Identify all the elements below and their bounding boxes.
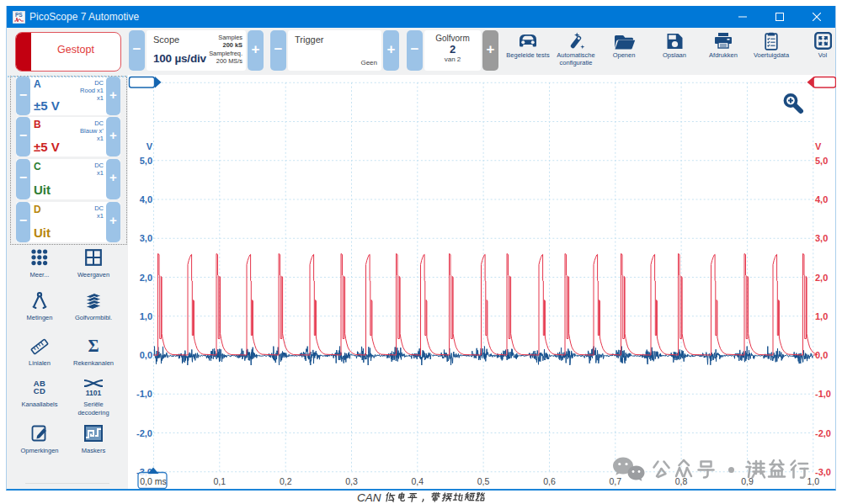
svg-text:4,0: 4,0 bbox=[815, 194, 828, 204]
svg-text:1,0: 1,0 bbox=[815, 311, 828, 321]
svg-text:0,3: 0,3 bbox=[345, 476, 358, 486]
svg-text:5,0: 5,0 bbox=[815, 156, 828, 166]
svg-text:PS: PS bbox=[15, 12, 23, 18]
svg-text:0,1: 0,1 bbox=[213, 476, 226, 486]
svg-text:0,2: 0,2 bbox=[280, 476, 292, 486]
svg-text:1,0: 1,0 bbox=[140, 311, 152, 321]
svg-text:3,0: 3,0 bbox=[815, 233, 828, 243]
svg-text:5,0: 5,0 bbox=[140, 156, 152, 166]
svg-text:0,0 ms: 0,0 ms bbox=[140, 476, 167, 486]
svg-text:0,4: 0,4 bbox=[411, 476, 424, 486]
svg-text:-2,0: -2,0 bbox=[136, 428, 152, 438]
svg-text:0,5: 0,5 bbox=[477, 476, 490, 486]
svg-text:2,0: 2,0 bbox=[140, 273, 152, 283]
svg-text:2,0: 2,0 bbox=[815, 273, 828, 283]
svg-text:3,0: 3,0 bbox=[140, 233, 152, 243]
svg-text:-1,0: -1,0 bbox=[815, 389, 831, 399]
svg-text:0,6: 0,6 bbox=[543, 476, 556, 486]
svg-text:-2,0: -2,0 bbox=[815, 428, 831, 438]
svg-text:0,0: 0,0 bbox=[140, 350, 152, 360]
svg-text:1101: 1101 bbox=[86, 389, 102, 397]
svg-text:4,0: 4,0 bbox=[140, 194, 152, 204]
svg-text:Σ: Σ bbox=[88, 337, 99, 354]
svg-text:V: V bbox=[815, 141, 822, 151]
svg-text:0,8: 0,8 bbox=[675, 476, 688, 486]
svg-text:V: V bbox=[147, 141, 153, 151]
svg-text:-1,0: -1,0 bbox=[136, 389, 152, 399]
svg-text:-3,0: -3,0 bbox=[815, 467, 831, 477]
svg-text:CD: CD bbox=[34, 386, 46, 395]
svg-text:0,7: 0,7 bbox=[609, 476, 621, 486]
svg-text:1,0: 1,0 bbox=[807, 476, 819, 486]
